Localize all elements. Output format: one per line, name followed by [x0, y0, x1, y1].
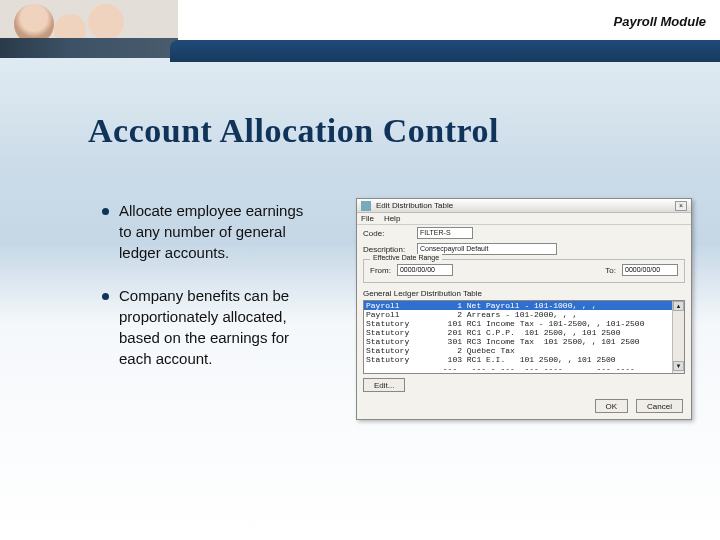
date-range-legend: Effective Date Range [370, 254, 442, 261]
list-item[interactable]: Statutory 301 RC3 Income Tax 101 2500, ,… [364, 337, 684, 346]
gl-table-label: General Ledger Distribution Table [363, 289, 685, 298]
gl-list-rows: Payroll 1 Net Payroll - 101-1000, , , Pa… [364, 301, 684, 373]
from-label: From: [370, 266, 391, 275]
ok-button[interactable]: OK [595, 399, 629, 413]
header-band [170, 40, 720, 62]
bullet-dot-icon [102, 208, 109, 215]
page-title: Account Allocation Control [88, 112, 499, 150]
list-item[interactable]: Statutory 103 RC1 E.I. 101 2500, , 101 2… [364, 355, 684, 364]
date-range-fieldset: Effective Date Range From: 0000/00/00 To… [363, 259, 685, 283]
bullet-dot-icon [102, 293, 109, 300]
chevron-down-icon[interactable]: ▼ [673, 361, 684, 371]
list-item[interactable]: Payroll 2 Arrears - 101-2000, , , [364, 310, 684, 319]
module-label: Payroll Module [614, 14, 706, 29]
edit-button[interactable]: Edit... [363, 378, 405, 392]
from-date-input[interactable]: 0000/00/00 [397, 264, 453, 276]
header-photo [0, 0, 178, 58]
distribution-dialog: Edit Distribution Table × File Help Code… [356, 198, 692, 420]
description-label: Description: [363, 245, 411, 254]
bullet-list: Allocate employee earnings to any number… [102, 200, 312, 391]
to-date-input[interactable]: 0000/00/00 [622, 264, 678, 276]
gl-listbox[interactable]: Payroll 1 Net Payroll - 101-1000, , , Pa… [363, 300, 685, 374]
list-item[interactable]: Statutory 201 RC1 C.P.P. 101 2500, , 101… [364, 328, 684, 337]
chevron-up-icon[interactable]: ▲ [673, 301, 684, 311]
code-row: Code: FILTER-S [357, 225, 691, 241]
dialog-title-text: Edit Distribution Table [376, 201, 453, 210]
list-item[interactable]: --- --- - --- --- ---- --- ---- [364, 364, 684, 373]
scrollbar[interactable]: ▲ ▼ [672, 301, 684, 373]
list-item[interactable]: Statutory 2 Québec Tax [364, 346, 684, 355]
app-icon [361, 201, 371, 211]
dialog-menubar: File Help [357, 213, 691, 225]
cancel-button[interactable]: Cancel [636, 399, 683, 413]
bullet-item: Allocate employee earnings to any number… [102, 200, 312, 263]
bullet-text: Company benefits can be proportionately … [119, 285, 312, 369]
bullet-item: Company benefits can be proportionately … [102, 285, 312, 369]
code-input[interactable]: FILTER-S [417, 227, 473, 239]
close-button[interactable]: × [675, 201, 687, 211]
header-bar: Payroll Module [0, 0, 720, 58]
slide-root: Payroll Module Account Allocation Contro… [0, 0, 720, 540]
list-item[interactable]: Statutory 101 RC1 Income Tax - 101-2500,… [364, 319, 684, 328]
menu-help[interactable]: Help [384, 213, 400, 224]
to-label: To: [605, 266, 616, 275]
menu-file[interactable]: File [361, 213, 374, 224]
list-item[interactable]: Payroll 1 Net Payroll - 101-1000, , , [364, 301, 684, 310]
bullet-text: Allocate employee earnings to any number… [119, 200, 312, 263]
code-label: Code: [363, 229, 411, 238]
dialog-titlebar[interactable]: Edit Distribution Table × [357, 199, 691, 213]
